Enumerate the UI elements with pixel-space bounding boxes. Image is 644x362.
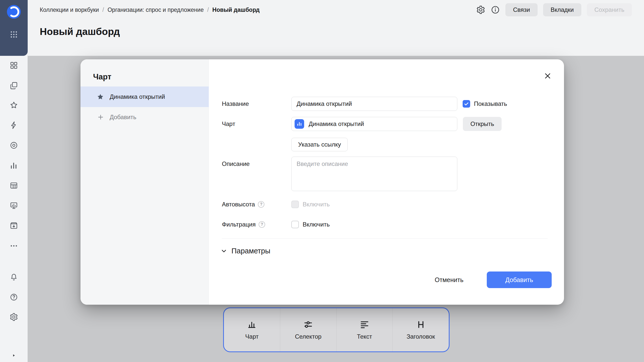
add-item-label: Добавить — [110, 114, 136, 121]
nav-more-icon[interactable] — [9, 241, 18, 250]
toolbar-item-label: Заголовок — [407, 333, 435, 340]
chart-icon — [247, 320, 257, 330]
show-checkbox-row[interactable]: Показывать — [463, 100, 507, 108]
plus-icon — [97, 114, 104, 121]
add-chart-dialog: Чарт Динамика открытий Добавить Название… — [80, 59, 564, 305]
name-input[interactable] — [291, 97, 457, 111]
apps-grid-icon[interactable] — [10, 30, 18, 39]
selector-icon — [303, 320, 313, 330]
app-logo-icon[interactable] — [6, 4, 22, 20]
nav-storage-icon[interactable] — [9, 221, 18, 230]
close-icon[interactable] — [542, 70, 553, 81]
params-section-label: Параметры — [231, 247, 270, 255]
sidebar-expand-icon[interactable] — [9, 351, 18, 360]
dialog-sidebar: Чарт Динамика открытий Добавить — [80, 59, 209, 305]
tabs-button[interactable]: Вкладки — [543, 3, 581, 16]
autoheight-checkbox-row[interactable]: Включить — [291, 201, 330, 208]
toolbar-item-label: Чарт — [245, 333, 259, 340]
autoheight-label: Автовысота — [222, 201, 264, 208]
show-checkbox-label: Показывать — [474, 100, 507, 107]
nav-quick-actions-icon[interactable] — [9, 121, 18, 130]
dashboard-settings-gear-icon[interactable] — [476, 5, 485, 14]
chart-label: Чарт — [222, 120, 235, 127]
chart-field-value: Динамика открытий — [309, 120, 364, 127]
header: Коллекции и воркбуки / Организации: спро… — [28, 0, 644, 20]
chart-type-icon — [295, 119, 304, 129]
sidebar — [0, 0, 28, 362]
chart-list-item-label: Динамика открытий — [110, 93, 165, 100]
star-icon — [97, 93, 104, 101]
open-chart-button[interactable]: Открыть — [463, 117, 502, 131]
settings-gear-icon[interactable] — [9, 312, 18, 322]
widget-toolbar: Чарт Селектор Текст Заголовок — [223, 307, 450, 352]
sidebar-header — [0, 0, 28, 56]
toolbar-item-selector[interactable]: Селектор — [280, 308, 336, 351]
description-textarea[interactable] — [291, 157, 457, 191]
toolbar-item-label: Селектор — [295, 333, 321, 340]
specify-link-button[interactable]: Указать ссылку — [291, 138, 348, 151]
section-divider — [222, 238, 548, 239]
filtering-checkbox-label: Включить — [303, 221, 330, 228]
description-label: Описание — [222, 160, 250, 167]
dialog-title: Чарт — [93, 72, 111, 81]
toolbar-item-chart[interactable]: Чарт — [224, 308, 280, 351]
autoheight-help-icon[interactable] — [258, 201, 264, 208]
top-area: Коллекции и воркбуки / Организации: спро… — [28, 0, 644, 56]
notifications-bell-icon[interactable] — [9, 273, 18, 282]
add-button[interactable]: Добавить — [487, 272, 552, 288]
breadcrumb-separator: / — [102, 7, 104, 13]
nav-workbooks-icon[interactable] — [9, 81, 18, 90]
toolbar-item-heading[interactable]: Заголовок — [392, 308, 449, 351]
chevron-down-icon — [220, 247, 227, 254]
links-button[interactable]: Связи — [505, 3, 537, 16]
nav-charts-icon[interactable] — [9, 161, 18, 170]
header-actions: Связи Вкладки Сохранить — [476, 3, 632, 16]
nav-tables-icon[interactable] — [9, 181, 18, 190]
nav-favorites-icon[interactable] — [9, 101, 18, 110]
breadcrumb-workbook[interactable]: Организации: спрос и предложение — [107, 7, 204, 13]
chart-select-field[interactable]: Динамика открытий — [291, 117, 457, 131]
nav-target-icon[interactable] — [9, 141, 18, 150]
save-button[interactable]: Сохранить — [587, 3, 632, 16]
autoheight-checkbox[interactable] — [291, 201, 299, 208]
filtering-checkbox[interactable] — [291, 221, 299, 228]
filtering-help-icon[interactable] — [259, 221, 265, 228]
show-checkbox[interactable] — [463, 100, 470, 108]
toolbar-item-label: Текст — [357, 333, 372, 340]
params-section-toggle[interactable]: Параметры — [220, 246, 270, 256]
text-icon — [359, 320, 370, 330]
page-title: Новый дашборд — [40, 26, 120, 37]
help-icon[interactable] — [9, 293, 18, 302]
filtering-checkbox-row[interactable]: Включить — [291, 221, 330, 228]
autoheight-checkbox-label: Включить — [303, 201, 330, 208]
breadcrumb-collections[interactable]: Коллекции и воркбуки — [40, 7, 99, 13]
nav-dashboards-icon[interactable] — [9, 201, 18, 210]
info-icon[interactable] — [491, 5, 500, 14]
breadcrumb-separator: / — [207, 7, 209, 13]
heading-icon — [416, 320, 426, 330]
add-chart-list-item[interactable]: Добавить — [80, 107, 209, 127]
toolbar-item-text[interactable]: Текст — [336, 308, 393, 351]
nav-grid-icon[interactable] — [9, 61, 18, 70]
breadcrumb-current: Новый дашборд — [212, 7, 260, 13]
filtering-label: Фильтрация — [222, 221, 265, 228]
chart-list-item-selected[interactable]: Динамика открытий — [80, 86, 209, 107]
breadcrumb: Коллекции и воркбуки / Организации: спро… — [40, 7, 260, 13]
name-label: Название — [222, 100, 249, 107]
cancel-button[interactable]: Отменить — [428, 273, 470, 287]
